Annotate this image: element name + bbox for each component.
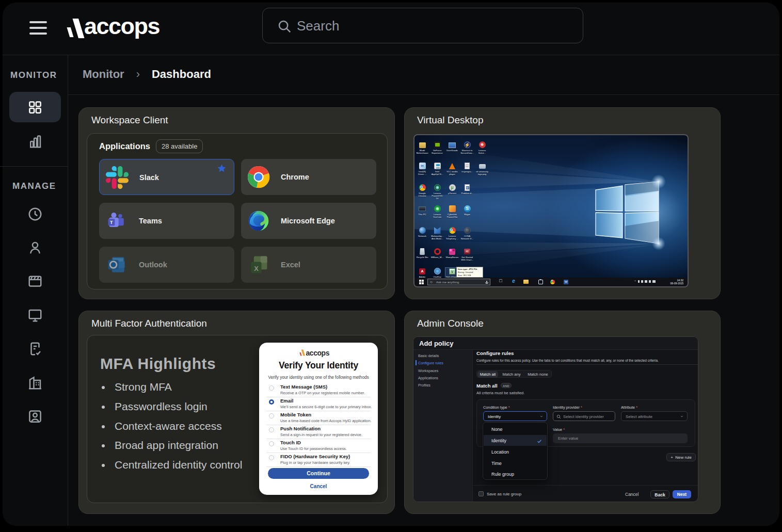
- svg-text:X: X: [254, 265, 259, 272]
- svg-text:accops: accops: [306, 349, 330, 357]
- svg-text:T: T: [110, 220, 113, 225]
